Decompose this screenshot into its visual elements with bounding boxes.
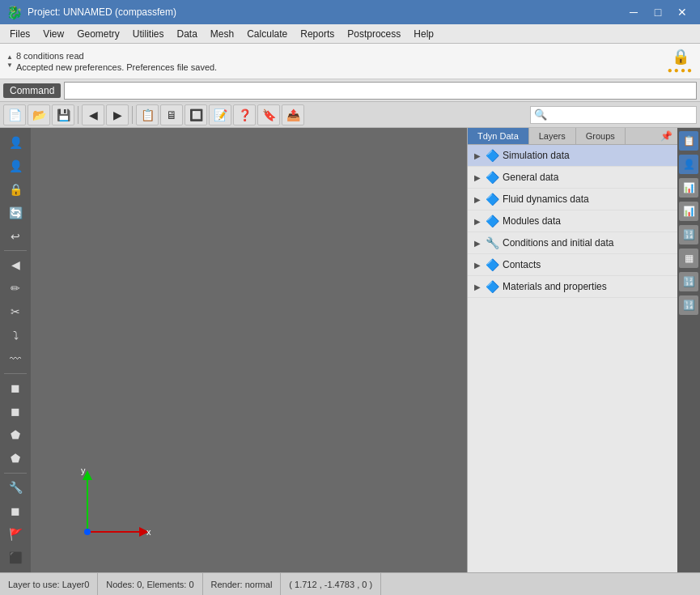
svg-point-2 xyxy=(84,529,91,535)
polygon-button[interactable]: ⬟ xyxy=(3,424,28,446)
tree-arrow-simulation: ▶ xyxy=(474,151,481,160)
properties-button[interactable]: 📋 xyxy=(136,104,159,125)
tab-tdyn-data[interactable]: Tdyn Data xyxy=(468,128,529,144)
node-tool-button[interactable]: 👤 xyxy=(3,155,28,176)
sidebar-sep2 xyxy=(4,373,27,374)
render-button[interactable]: 🖥 xyxy=(160,104,183,125)
open-button[interactable]: 📂 xyxy=(28,104,50,125)
select-tool-button[interactable]: 👤 xyxy=(3,131,28,153)
cut-button[interactable]: ✂ xyxy=(3,301,28,323)
far-right-btn1[interactable]: 📋 xyxy=(679,131,698,151)
move-left-button[interactable]: ◀ xyxy=(3,254,28,276)
sidebar-sep3 xyxy=(4,473,27,474)
far-right-btn7[interactable]: 🔢 xyxy=(679,272,698,291)
rotate-tool-button[interactable]: 🔄 xyxy=(3,202,28,223)
status-bar: Layer to use: Layer0 Nodes: 0, Elements:… xyxy=(0,572,700,595)
general-data-icon: 🔷 xyxy=(486,171,499,184)
tree-arrow-conditions: ▶ xyxy=(474,239,481,248)
info-text: 8 conditions read Accepted new preferenc… xyxy=(16,51,217,72)
tree-arrow-modules: ▶ xyxy=(474,217,481,226)
title-bar: 🐉 Project: UNNAMED (compassfem) ─ □ ✕ xyxy=(0,0,700,24)
far-right-btn8[interactable]: 🔢 xyxy=(679,295,698,315)
info-line2: Accepted new preferences. Preferences fi… xyxy=(16,62,217,72)
tab-layers[interactable]: Layers xyxy=(529,128,576,144)
curve-button[interactable]: ⤵ xyxy=(3,325,28,346)
undo-button[interactable]: ◀ xyxy=(82,104,104,125)
search-input[interactable] xyxy=(547,110,693,120)
status-nodes: Nodes: 0, Elements: 0 xyxy=(98,573,202,595)
simulation-data-icon: 🔷 xyxy=(486,149,499,162)
menu-help[interactable]: Help xyxy=(407,24,440,43)
info-line1: 8 conditions read xyxy=(16,51,217,61)
menu-utilities[interactable]: Utilities xyxy=(126,24,171,43)
minimize-button[interactable]: ─ xyxy=(622,3,645,21)
canvas-area[interactable]: y x xyxy=(31,128,467,572)
app-logo-icon: 🐉 xyxy=(6,5,23,20)
help-button[interactable]: ❓ xyxy=(233,104,256,125)
status-render: Render: normal xyxy=(203,573,282,595)
square-button[interactable]: ◼ xyxy=(3,401,28,423)
search-bar: 🔍 xyxy=(530,106,697,124)
lock-tool-button[interactable]: 🔒 xyxy=(3,178,28,200)
tree-item-contacts[interactable]: ▶ 🔷 Contacts xyxy=(468,254,677,276)
new-button[interactable]: 📄 xyxy=(3,104,26,125)
fluid-dynamics-icon: 🔷 xyxy=(486,193,499,206)
redo-button[interactable]: ▶ xyxy=(106,104,129,125)
materials-icon: 🔷 xyxy=(486,280,499,293)
far-right-btn3[interactable]: 📊 xyxy=(679,178,698,198)
menu-view[interactable]: View xyxy=(36,24,70,43)
bookmark-button[interactable]: 🔖 xyxy=(257,104,280,125)
toolbar-sep2 xyxy=(132,106,133,124)
tree-item-modules-data[interactable]: ▶ 🔷 Modules data xyxy=(468,210,677,232)
tree-arrow-general: ▶ xyxy=(474,173,481,182)
menu-mesh[interactable]: Mesh xyxy=(204,24,240,43)
draw-button[interactable]: ✏ xyxy=(3,278,28,300)
far-right-btn2[interactable]: 👤 xyxy=(679,155,698,174)
menu-reports[interactable]: Reports xyxy=(294,24,341,43)
panel-tabs: Tdyn Data Layers Groups 📌 xyxy=(468,128,677,145)
tree-item-fluid-dynamics-data[interactable]: ▶ 🔷 Fluid dynamics data xyxy=(468,189,677,210)
flag-button[interactable]: 🚩 xyxy=(3,524,28,546)
menu-data[interactable]: Data xyxy=(171,24,204,43)
rect-button[interactable]: ◼ xyxy=(3,377,28,399)
save-button[interactable]: 💾 xyxy=(52,104,74,125)
menu-postprocess[interactable]: Postprocess xyxy=(341,24,407,43)
command-input[interactable] xyxy=(64,82,697,100)
scroll-down-icon[interactable]: ▼ xyxy=(6,62,13,70)
title-bar-left: 🐉 Project: UNNAMED (compassfem) xyxy=(6,5,176,20)
tab-groups[interactable]: Groups xyxy=(576,128,626,144)
main-layout: 👤 👤 🔒 🔄 ↩ ◀ ✏ ✂ ⤵ 〰 ◼ ◼ ⬟ ⬟ 🔧 ◼ 🚩 ⬛ xyxy=(0,128,700,572)
close-button[interactable]: ✕ xyxy=(671,3,694,21)
layer-button[interactable]: ⬛ xyxy=(3,547,28,569)
info-bar: ▲ ▼ 8 conditions read Accepted new prefe… xyxy=(0,44,700,79)
view-button[interactable]: 🔲 xyxy=(185,104,207,125)
scroll-up-icon[interactable]: ▲ xyxy=(6,53,13,62)
copy-button[interactable]: 📝 xyxy=(209,104,231,125)
lock-area: 🔒 ●●●● xyxy=(668,48,694,74)
menu-geometry[interactable]: Geometry xyxy=(70,24,126,43)
undo-tool-button[interactable]: ↩ xyxy=(3,225,28,247)
menu-files[interactable]: Files xyxy=(3,24,36,43)
block-button[interactable]: ◼ xyxy=(3,500,28,522)
tree-item-general-data[interactable]: ▶ 🔷 General data xyxy=(468,167,677,189)
tree-arrow-fluid: ▶ xyxy=(474,195,481,204)
settings-button[interactable]: 🔧 xyxy=(3,477,28,499)
modules-data-label: Modules data xyxy=(503,215,561,227)
tree-item-materials[interactable]: ▶ 🔷 Materials and properties xyxy=(468,276,677,298)
title-bar-controls[interactable]: ─ □ ✕ xyxy=(622,3,694,21)
tree-arrow-materials: ▶ xyxy=(474,283,481,291)
tree-item-simulation-data[interactable]: ▶ 🔷 Simulation data xyxy=(468,145,677,167)
wavy-button[interactable]: 〰 xyxy=(3,348,28,370)
diamond-button[interactable]: ⬟ xyxy=(3,448,28,470)
command-label: Command xyxy=(3,83,61,98)
far-right-btn5[interactable]: 🔢 xyxy=(679,225,698,244)
menu-calculate[interactable]: Calculate xyxy=(240,24,294,43)
export-button[interactable]: 📤 xyxy=(282,104,304,125)
maximize-button[interactable]: □ xyxy=(647,3,669,21)
general-data-label: General data xyxy=(503,172,558,183)
far-right-btn4[interactable]: 📊 xyxy=(679,202,698,221)
tree-item-conditions[interactable]: ▶ 🔧 Conditions and initial data xyxy=(468,232,677,254)
pin-button[interactable]: 📌 xyxy=(655,129,677,143)
far-right-btn6[interactable]: ▦ xyxy=(679,249,698,268)
lock-icon: 🔒 xyxy=(672,48,689,66)
